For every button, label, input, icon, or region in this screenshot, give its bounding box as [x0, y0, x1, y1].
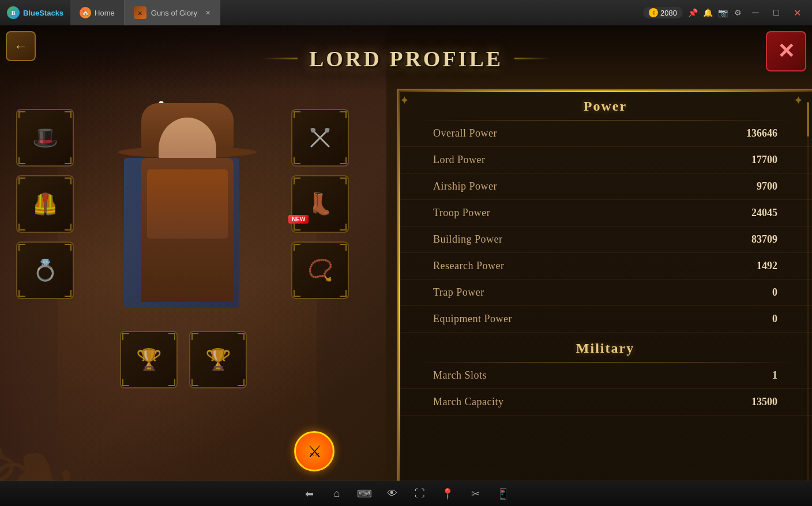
slot-corner-tl: [191, 333, 198, 340]
boots-equipment-slot[interactable]: 👢: [291, 175, 349, 233]
item1-equipment-slot[interactable]: 🏆: [120, 331, 178, 388]
slot-corner-br: [65, 224, 72, 231]
research-power-value: 1492: [757, 260, 777, 272]
taskbar-mobile-icon[interactable]: 📱: [495, 486, 511, 502]
settings-icon[interactable]: ⚙: [732, 7, 743, 18]
bluestacks-label: BlueStacks: [23, 9, 63, 17]
minimize-button[interactable]: ─: [747, 5, 764, 21]
taskbar-scissors-icon[interactable]: ✂: [467, 486, 483, 502]
game-tab-close[interactable]: ✕: [205, 9, 210, 17]
taskbar-fullscreen-icon[interactable]: ⛶: [412, 486, 428, 502]
home-tab-label: Home: [95, 9, 115, 17]
slot-corner-tr: [340, 244, 347, 251]
item2-slot-icon: 🏆: [205, 348, 231, 372]
game-tab-icon: ⚔: [134, 6, 146, 19]
slot-corner-tr: [238, 333, 245, 340]
march-slots-label: March Slots: [433, 369, 487, 382]
equipment-power-value: 0: [772, 313, 777, 325]
overall-power-value: 136646: [746, 127, 777, 139]
title-bar: B BlueStacks 🏠 Home ⚔ Guns of Glory ✕ ₵ …: [0, 0, 812, 25]
coin-icon: ₵: [649, 8, 658, 17]
slot-corner-bl: [18, 290, 25, 297]
necklace-slot-icon: 📿: [307, 258, 333, 282]
scroll-indicator[interactable]: [807, 102, 809, 494]
crossed-pistols-icon: [306, 123, 334, 152]
slot-corner-br: [340, 224, 347, 231]
quest-circle: ⚔: [294, 431, 334, 471]
slot-corner-tl: [122, 333, 129, 340]
quest-icon[interactable]: ⚔: [294, 431, 334, 471]
game-tab[interactable]: ⚔ Guns of Glory ✕: [125, 0, 220, 25]
game-tab-label: Guns of Glory: [151, 9, 197, 17]
march-capacity-value: 13500: [751, 396, 777, 408]
back-button[interactable]: ←: [6, 31, 36, 61]
hat-equipment-slot[interactable]: 🎩: [16, 109, 74, 167]
back-arrow-icon: ←: [14, 39, 28, 54]
camera-icon[interactable]: 📷: [717, 7, 728, 18]
armor-slot-icon: 🦺: [32, 192, 58, 216]
home-tab[interactable]: 🏠 Home: [70, 0, 125, 25]
troop-power-row: Troop Power 24045: [399, 200, 812, 226]
character-armor: [147, 169, 228, 239]
equipment-power-label: Equipment Power: [433, 313, 512, 325]
building-power-value: 83709: [751, 233, 777, 246]
title-left-decoration: [263, 58, 298, 59]
home-icon: 🏠: [80, 7, 91, 18]
slot-corner-br: [65, 157, 72, 164]
necklace-equipment-slot[interactable]: 📿: [291, 241, 349, 299]
ring-equipment-slot[interactable]: 💍: [16, 241, 74, 299]
ring-slot-icon: 💍: [32, 258, 58, 282]
march-capacity-label: March Capacity: [433, 396, 503, 408]
maximize-button[interactable]: □: [768, 5, 784, 21]
slot-corner-tl: [18, 178, 25, 184]
overall-power-row: Overall Power 136646: [399, 120, 812, 147]
trap-power-label: Trap Power: [433, 286, 484, 299]
slot-corner-bl: [18, 224, 25, 231]
trap-power-row: Trap Power 0: [399, 280, 812, 306]
scroll-thumb: [807, 102, 809, 137]
currency-amount: 2080: [660, 9, 677, 17]
notification-icon[interactable]: 🔔: [702, 7, 713, 18]
slot-corner-br: [65, 290, 72, 297]
airship-power-row: Airship Power 9700: [399, 173, 812, 200]
pin-icon[interactable]: 📌: [687, 7, 698, 18]
slot-corner-tr: [65, 178, 72, 184]
lord-power-value: 17700: [751, 154, 777, 166]
item1-slot-icon: 🏆: [136, 348, 162, 372]
bluestacks-icon: B: [7, 6, 20, 19]
corner-ornament-tl: ✦: [400, 92, 417, 109]
taskbar-home-icon[interactable]: ⌂: [329, 486, 345, 502]
slot-corner-tl: [18, 244, 25, 251]
slot-corner-bl: [18, 157, 25, 164]
bluestacks-logo: B BlueStacks: [0, 0, 70, 25]
taskbar-view-icon[interactable]: 👁: [384, 486, 400, 502]
slot-corner-tr: [168, 333, 175, 340]
slot-corner-bl: [122, 379, 129, 386]
weapon-equipment-slot[interactable]: [291, 109, 349, 167]
close-button[interactable]: ✕: [766, 31, 806, 71]
character-figure: [58, 60, 317, 492]
armor-equipment-slot[interactable]: 🦺: [16, 175, 74, 233]
slot-corner-bl: [294, 224, 300, 231]
slot-corner-bl: [191, 379, 198, 386]
slot-corner-bl: [294, 157, 300, 164]
window-close-button[interactable]: ✕: [789, 5, 805, 21]
lord-profile-title: LORD PROFILE: [309, 46, 503, 71]
troop-power-label: Troop Power: [433, 207, 490, 219]
slot-corner-tl: [294, 111, 300, 118]
airship-power-label: Airship Power: [433, 180, 497, 192]
currency-display: ₵ 2080: [643, 7, 683, 18]
character-torso: [136, 158, 239, 342]
taskbar-location-icon[interactable]: 📍: [439, 486, 456, 502]
march-slots-value: 1: [772, 369, 777, 382]
svg-point-2: [311, 128, 315, 133]
taskbar: ⬅ ⌂ ⌨ 👁 ⛶ 📍 ✂ 📱: [0, 481, 812, 506]
stats-panel: ✦ ✦ Power Overall Power 136646 Lord Powe…: [397, 89, 812, 506]
item2-equipment-slot[interactable]: 🏆: [189, 331, 247, 388]
building-power-row: Building Power 83709: [399, 226, 812, 253]
research-power-label: Research Power: [433, 260, 504, 272]
slot-corner-tr: [340, 178, 347, 184]
taskbar-back-icon[interactable]: ⬅: [301, 486, 317, 502]
military-section-header: Military: [399, 333, 812, 362]
taskbar-keyboard-icon[interactable]: ⌨: [356, 486, 373, 502]
